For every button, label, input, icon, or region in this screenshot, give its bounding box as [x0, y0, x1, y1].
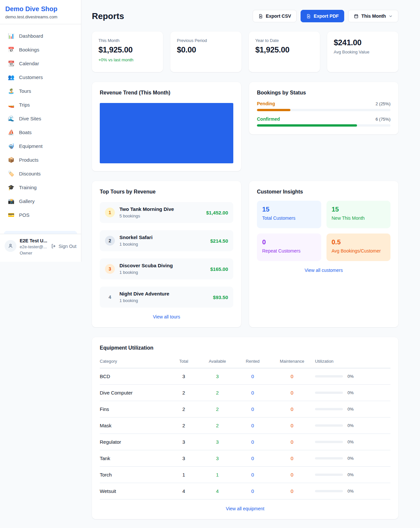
tour-row[interactable]: 1 Two Tank Morning Dive 5 bookings $1,45…: [100, 202, 233, 223]
sidebar-item[interactable]: 💳 POS: [4, 209, 77, 221]
tour-bookings: 1 booking: [119, 298, 138, 303]
export-csv-button[interactable]: Export CSV: [253, 10, 297, 22]
sidebar-item-label: Boats: [19, 130, 32, 135]
equipment-category: Mask: [100, 417, 169, 434]
equipment-available: 2: [199, 385, 236, 401]
sidebar-item-reports-selected-partial[interactable]: [4, 231, 77, 234]
equipment-available: 2: [199, 417, 236, 434]
insight-value: 15: [332, 206, 386, 213]
speedboat-icon: 🚤: [8, 102, 14, 108]
sidebar-item[interactable]: 📆 Calendar: [4, 57, 77, 70]
top-tours-panel: Top Tours by Revenue 1 Two Tank Morning …: [92, 181, 241, 327]
equipment-category: Regulator: [100, 434, 169, 450]
status-bar-fill: [257, 109, 290, 111]
sidebar-item[interactable]: ⛵ Boats: [4, 126, 77, 139]
equipment-total: 2: [169, 417, 199, 434]
utilization-percent: 0%: [347, 423, 354, 428]
tour-revenue: $165.00: [210, 266, 228, 272]
insight-label: Avg Bookings/Customer: [332, 248, 386, 254]
status-row: Pending 2 (25%): [257, 101, 390, 111]
sidebar-item[interactable]: 🏝️ Tours: [4, 85, 77, 97]
shop-name: Demo Dive Shop: [5, 5, 76, 13]
sidebar: Demo Dive Shop demo.test.divestreams.com…: [0, 0, 81, 262]
equipment-row: Wetsuit 4 4 0 0 0%: [100, 483, 390, 499]
export-pdf-button[interactable]: Export PDF: [301, 10, 344, 22]
view-all-equipment-link[interactable]: View all equipment: [100, 506, 390, 511]
equipment-rented: 0: [236, 401, 269, 417]
utilization-bar-track: [315, 408, 343, 410]
equipment-category: BCD: [100, 368, 169, 385]
utilization-percent: 0%: [347, 390, 354, 395]
equipment-available: 3: [199, 450, 236, 467]
sidebar-item-label: Tours: [19, 88, 31, 94]
sidebar-item[interactable]: 📸 Gallery: [4, 195, 77, 208]
tour-name: Discover Scuba Diving: [119, 263, 173, 268]
view-all-customers-link[interactable]: View all customers: [257, 268, 390, 273]
tour-revenue: $1,452.00: [206, 210, 228, 215]
equipment-maintenance: 0: [269, 368, 315, 385]
user-email: e2e-tester@...: [20, 244, 47, 250]
status-bar-fill: [257, 124, 357, 127]
sidebar-item[interactable]: 🚤 Trips: [4, 98, 77, 111]
equipment-rented: 0: [236, 417, 269, 434]
equipment-row: Tank 3 3 0 0 0%: [100, 450, 390, 467]
insight-tile: 0.5 Avg Bookings/Customer: [326, 234, 391, 261]
equipment-row: Fins 2 2 0 0 0%: [100, 401, 390, 417]
header-actions: Export CSV Export PDF This Month: [253, 10, 398, 22]
stat-delta: +0% vs last month: [98, 57, 157, 62]
insight-label: Total Customers: [262, 215, 316, 221]
sidebar-item[interactable]: 🤿 Equipment: [4, 140, 77, 152]
revenue-trend-title: Revenue Trend (This Month): [100, 90, 233, 96]
tour-row[interactable]: 4 Night Dive Adventure 1 booking $93.50: [100, 287, 233, 308]
utilization-percent: 0%: [347, 407, 354, 412]
user-name: E2E Test U...: [20, 238, 47, 243]
sidebar-item-label: Dashboard: [19, 33, 43, 39]
equipment-rented: 0: [236, 483, 269, 499]
sign-out-label: Sign Out: [59, 244, 76, 249]
sidebar-item[interactable]: 📅 Bookings: [4, 43, 77, 56]
calendar-date-icon: 📅: [8, 47, 14, 53]
sidebar-item-label: Discounts: [19, 171, 41, 176]
stat-card-avg-booking: $241.00 Avg Booking Value: [327, 31, 398, 72]
utilization-percent: 0%: [347, 439, 354, 444]
stat-card-previous-period: Previous Period $0.00: [170, 31, 242, 72]
sidebar-item-label: Gallery: [19, 198, 35, 204]
insight-tile: 15 Total Customers: [257, 201, 321, 228]
rank-badge: 1: [105, 208, 115, 217]
sidebar-item[interactable]: 📊 Dashboard: [4, 30, 77, 42]
sidebar-item-label: Trips: [19, 102, 30, 108]
period-dropdown[interactable]: This Month: [348, 10, 398, 22]
graduation-cap-icon: 🎓: [8, 184, 14, 191]
sidebar-item[interactable]: 🌊 Dive Sites: [4, 112, 77, 125]
view-all-tours-link[interactable]: View all tours: [100, 314, 233, 319]
stat-value: $1,925.00: [98, 45, 157, 54]
equipment-available: 1: [199, 467, 236, 483]
sidebar-item-label: Equipment: [19, 143, 43, 149]
utilization-bar-track: [315, 424, 343, 427]
tour-row[interactable]: 3 Discover Scuba Diving 1 booking $165.0…: [100, 258, 233, 279]
revenue-trend-chart: [100, 103, 233, 163]
utilization-percent: 0%: [347, 374, 354, 379]
sign-out-button[interactable]: Sign Out: [51, 243, 76, 249]
equipment-rented: 0: [236, 467, 269, 483]
equipment-maintenance: 0: [269, 483, 315, 499]
equipment-table: Category Total Available Rented Maintena…: [100, 355, 390, 499]
equipment-table-header: Category Total Available Rented Maintena…: [100, 355, 390, 368]
equipment-maintenance: 0: [269, 434, 315, 450]
tour-bookings: 1 booking: [119, 270, 138, 275]
sidebar-item[interactable]: 🎓 Training: [4, 181, 77, 194]
stat-card-year-to-date: Year to Date $1,925.00: [249, 31, 320, 72]
status-bar-track: [257, 124, 390, 127]
sidebar-item[interactable]: 👥 Customers: [4, 71, 77, 84]
equipment-row: Regulator 3 3 0 0 0%: [100, 434, 390, 450]
equipment-total: 3: [169, 368, 199, 385]
user-role: Owner: [20, 250, 47, 256]
equipment-maintenance: 0: [269, 417, 315, 434]
utilization-bar-track: [315, 375, 343, 377]
sidebar-item[interactable]: 📦 Products: [4, 153, 77, 166]
tour-row[interactable]: 2 Snorkel Safari 1 booking $214.50: [100, 230, 233, 251]
sidebar-item[interactable]: 🏷️ Discounts: [4, 167, 77, 180]
sidebar-item-label: POS: [19, 212, 30, 218]
sidebar-item-label: Calendar: [19, 61, 39, 66]
bookings-by-status-title: Bookings by Status: [257, 90, 390, 96]
